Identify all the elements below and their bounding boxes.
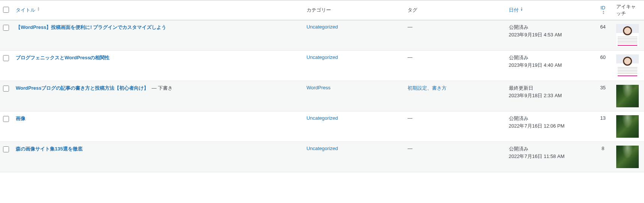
row-id-cell: 35 (593, 81, 612, 111)
thumbnail-image[interactable] (616, 115, 639, 138)
post-title-link[interactable]: ブログフェニックスとWordPressの相関性 (16, 55, 110, 60)
row-tags-cell: — (404, 111, 505, 142)
category-link[interactable]: Uncategorized (307, 146, 338, 151)
header-title[interactable]: タイトル ▲▼ (12, 0, 303, 20)
date-status: 公開済み (509, 24, 590, 31)
table-row: 【WordPress】投稿画面を便利に! プラグインでカスタマイズしようUnca… (0, 20, 644, 51)
row-checkbox-cell (0, 81, 12, 111)
row-id-cell: 64 (593, 20, 612, 51)
category-link[interactable]: Uncategorized (307, 54, 338, 60)
table-header-row: タイトル ▲▼ カテゴリー タグ 日付 ▲▼ (0, 0, 644, 20)
row-tags-cell: — (404, 20, 505, 51)
thumbnail-image[interactable] (616, 146, 639, 168)
sort-indicator-icon: ▲▼ (37, 8, 40, 12)
row-checkbox[interactable] (3, 55, 9, 61)
category-link[interactable]: Uncategorized (307, 115, 338, 121)
row-title-cell: 【WordPress】投稿画面を便利に! プラグインでカスタマイズしよう (12, 20, 303, 51)
category-link[interactable]: WordPress (307, 85, 331, 90)
row-tags-cell: — (404, 142, 505, 172)
date-time: 2023年9月19日 4:53 AM (509, 32, 590, 38)
header-checkbox-cell (0, 0, 12, 20)
row-title-cell: ブログフェニックスとWordPressの相関性 (12, 51, 303, 81)
thumbnail-image[interactable] (616, 85, 639, 107)
sort-by-date-link[interactable]: 日付 ▲▼ (509, 7, 523, 14)
no-tags-dash: — (408, 54, 412, 60)
row-tags-cell: — (404, 51, 505, 81)
header-id[interactable]: ID ▲▼ (593, 0, 612, 20)
post-id: 8 (602, 146, 604, 151)
post-title-link[interactable]: 【WordPress】投稿画面を便利に! プラグインでカスタマイズしよう (16, 24, 166, 30)
sort-indicator-active-icon: ▲▼ (521, 8, 523, 12)
row-title-cell: 森の画像サイト集135選を徹底 (12, 142, 303, 172)
tag-link[interactable]: 書き方 (432, 85, 447, 91)
header-title-label: タイトル (16, 7, 35, 14)
row-thumbnail-cell (612, 51, 644, 81)
row-categories-cell: Uncategorized (303, 20, 404, 51)
select-all-checkbox[interactable] (3, 7, 9, 13)
row-id-cell: 13 (593, 111, 612, 142)
row-checkbox-cell (0, 111, 12, 142)
post-id: 35 (600, 85, 605, 90)
post-id: 13 (600, 115, 605, 121)
post-state-draft: — 下書き (152, 85, 173, 91)
header-thumbnail-label: アイキャッチ (616, 4, 636, 16)
row-categories-cell: Uncategorized (303, 111, 404, 142)
header-date[interactable]: 日付 ▲▼ (505, 0, 594, 20)
date-time: 2022年7月16日 11:58 AM (509, 153, 590, 160)
post-title-link[interactable]: WordPressブログの記事の書き方と投稿方法【初心者向け】 (16, 85, 149, 91)
row-checkbox[interactable] (3, 116, 9, 122)
tag-link[interactable]: 初期設定 (408, 85, 427, 91)
row-title-cell: WordPressブログの記事の書き方と投稿方法【初心者向け】 — 下書き (12, 81, 303, 111)
row-id-cell: 60 (593, 51, 612, 81)
thumbnail-image[interactable] (616, 54, 639, 77)
header-categories-label: カテゴリー (307, 7, 331, 13)
row-checkbox-cell (0, 51, 12, 81)
table-row: 森の画像サイト集135選を徹底Uncategorized—公開済み2022年7月… (0, 142, 644, 172)
table-row: 画像Uncategorized—公開済み2022年7月16日 12:06 PM1… (0, 111, 644, 142)
row-title-cell: 画像 (12, 111, 303, 142)
row-checkbox-cell (0, 142, 12, 172)
header-date-label: 日付 (509, 7, 519, 14)
sort-by-title-link[interactable]: タイトル ▲▼ (16, 7, 40, 14)
date-status: 公開済み (509, 146, 590, 152)
post-id: 64 (600, 24, 605, 30)
post-title-link[interactable]: 森の画像サイト集135選を徹底 (16, 146, 83, 152)
row-thumbnail-cell (612, 81, 644, 111)
post-id: 60 (600, 54, 605, 60)
row-thumbnail-cell (612, 111, 644, 142)
thumbnail-image[interactable] (616, 24, 639, 47)
row-checkbox-cell (0, 20, 12, 51)
post-title-link[interactable]: 画像 (16, 116, 26, 121)
row-categories-cell: Uncategorized (303, 51, 404, 81)
row-checkbox[interactable] (3, 86, 9, 92)
header-tags: タグ (404, 0, 505, 20)
row-thumbnail-cell (612, 142, 644, 172)
table-row: ブログフェニックスとWordPressの相関性Uncategorized—公開済… (0, 51, 644, 81)
date-time: 2023年9月18日 2:33 AM (509, 92, 590, 99)
no-tags-dash: — (408, 146, 412, 151)
sort-by-id-link[interactable]: ID ▲▼ (600, 5, 605, 16)
header-tags-label: タグ (408, 7, 417, 13)
header-thumbnail: アイキャッチ (612, 0, 644, 20)
row-date-cell: 最終更新日2023年9月18日 2:33 AM (505, 81, 594, 111)
sort-indicator-icon: ▲▼ (602, 11, 605, 16)
no-tags-dash: — (408, 24, 412, 30)
no-tags-dash: — (408, 115, 412, 121)
row-categories-cell: Uncategorized (303, 142, 404, 172)
category-link[interactable]: Uncategorized (307, 24, 338, 30)
row-date-cell: 公開済み2022年7月16日 11:58 AM (505, 142, 594, 172)
row-date-cell: 公開済み2023年9月19日 4:53 AM (505, 20, 594, 51)
date-time: 2023年9月19日 4:40 AM (509, 62, 590, 69)
table-row: WordPressブログの記事の書き方と投稿方法【初心者向け】 — 下書きWor… (0, 81, 644, 111)
row-tags-cell: 初期設定、書き方 (404, 81, 505, 111)
date-status: 公開済み (509, 54, 590, 61)
date-status: 公開済み (509, 115, 590, 122)
row-checkbox[interactable] (3, 146, 9, 152)
row-id-cell: 8 (593, 142, 612, 172)
date-time: 2022年7月16日 12:06 PM (509, 123, 590, 129)
date-status: 最終更新日 (509, 85, 590, 92)
header-categories: カテゴリー (303, 0, 404, 20)
posts-table: タイトル ▲▼ カテゴリー タグ 日付 ▲▼ (0, 0, 644, 172)
row-date-cell: 公開済み2023年9月19日 4:40 AM (505, 51, 594, 81)
row-checkbox[interactable] (3, 25, 9, 31)
